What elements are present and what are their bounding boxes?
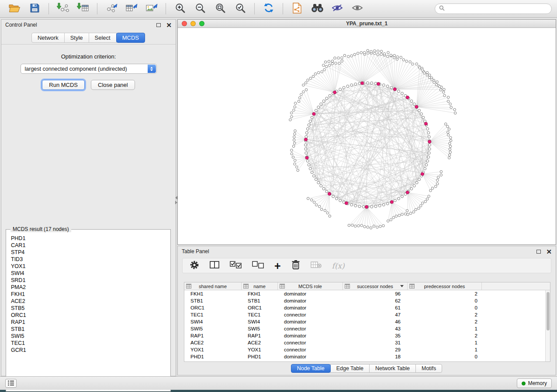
table-settings-button[interactable] — [190, 260, 199, 272]
share-document-button[interactable] — [288, 1, 306, 16]
search-box[interactable] — [435, 3, 552, 14]
delete-table-button[interactable] — [311, 260, 322, 272]
memory-button[interactable]: Memory — [517, 378, 552, 388]
tab-mcds[interactable]: MCDS — [116, 33, 145, 43]
find-button[interactable] — [308, 1, 326, 16]
deselect-all-button[interactable] — [252, 260, 264, 272]
open-file-button[interactable] — [5, 1, 24, 16]
mcds-result-item[interactable]: ORC1 — [7, 312, 170, 319]
tab-select[interactable]: Select — [89, 33, 117, 43]
table-scrollbar[interactable] — [545, 290, 550, 361]
table-row[interactable]: SWI4 SWI4 dominator 46 2 — [184, 318, 545, 325]
refresh-icon — [263, 3, 274, 15]
mcds-result-item[interactable]: STB1 — [7, 326, 170, 333]
column-header-mcds-role[interactable]: MCDS role — [278, 282, 343, 290]
zoom-traffic-light-icon[interactable] — [199, 21, 204, 26]
save-icon — [30, 3, 40, 15]
control-panel-tab-bar: Network Style Select MCDS — [1, 33, 176, 43]
column-header-successor-nodes[interactable]: successor nodes — [343, 282, 408, 290]
column-header-shared-name[interactable]: shared name — [184, 282, 242, 290]
zoom-in-icon — [175, 3, 186, 15]
refresh-button[interactable] — [259, 1, 278, 16]
minimize-traffic-light-icon[interactable] — [190, 21, 196, 26]
float-panel-icon[interactable] — [156, 23, 161, 27]
table-toolbar: + f(x) — [182, 258, 551, 273]
tab-style[interactable]: Style — [64, 33, 89, 43]
network-window-titlebar[interactable]: YPA_prune.txt_1 — [178, 20, 556, 28]
mcds-result-item[interactable]: GCR1 — [7, 347, 170, 354]
show-selection-button[interactable] — [348, 1, 367, 16]
mcds-result-item[interactable]: PHD1 — [7, 235, 170, 242]
table-panel-tab-bar: Node Table Edge Table Network Table Moti… — [178, 364, 556, 373]
mcds-result-item[interactable]: TID3 — [7, 256, 170, 263]
import-table-button[interactable] — [74, 1, 92, 16]
control-panel-header: Control Panel ✕ — [1, 20, 176, 30]
status-menu-button[interactable] — [5, 379, 17, 388]
table-panel: Table Panel ✕ — [177, 246, 556, 375]
import-network-button[interactable] — [54, 1, 72, 16]
hide-selection-button[interactable] — [328, 1, 346, 16]
gear-icon — [190, 260, 199, 272]
float-panel-icon[interactable] — [536, 250, 541, 254]
mcds-result-item[interactable]: CAR1 — [7, 242, 170, 249]
toolbar-separator — [166, 3, 166, 14]
mcds-result-item[interactable]: STP4 — [7, 249, 170, 256]
function-builder-button[interactable]: f(x) — [332, 260, 345, 272]
table-row[interactable]: TEC1 TEC1 connector 47 2 — [184, 311, 545, 318]
select-all-button[interactable] — [230, 260, 242, 272]
close-panel-button[interactable]: Close panel — [91, 80, 135, 90]
save-session-button[interactable] — [25, 1, 44, 16]
column-header-name[interactable]: name — [242, 282, 278, 290]
run-mcds-button[interactable]: Run MCDS — [42, 80, 85, 90]
close-panel-icon[interactable]: ✕ — [166, 22, 172, 28]
mcds-tab-content: Optimization criterion: largest connecte… — [1, 44, 176, 376]
scrollbar-thumb[interactable] — [547, 292, 550, 330]
mcds-result-item[interactable]: SWI5 — [7, 333, 170, 340]
mcds-result-item[interactable]: YOX1 — [7, 263, 170, 270]
column-header-predecessor-nodes[interactable]: predecessor nodes — [408, 282, 482, 290]
table-row[interactable]: SWI5 SWI5 connector 43 1 — [184, 325, 545, 332]
mcds-result-item[interactable]: PMA2 — [7, 284, 170, 291]
table-row[interactable]: ORC1 ORC1 dominator 61 0 — [184, 304, 545, 311]
control-panel-title: Control Panel — [5, 22, 37, 28]
binoculars-icon — [311, 3, 324, 14]
mcds-result-list[interactable]: PHD1 CAR1 STP4 TID3 YOX1 SWI4 SRD1 PMA2 — [7, 235, 170, 390]
add-column-button[interactable]: + — [274, 260, 281, 272]
mcds-result-item[interactable]: SWI4 — [7, 270, 170, 277]
export-network-button[interactable] — [102, 1, 121, 16]
sort-caret-icon[interactable] — [400, 285, 404, 287]
criterion-dropdown[interactable]: largest connected component (undirected) — [21, 64, 157, 74]
close-panel-icon[interactable]: ✕ — [546, 248, 552, 255]
network-canvas[interactable] — [178, 28, 556, 244]
table-row[interactable]: RAP1 RAP1 dominator 35 2 — [184, 332, 545, 339]
column-grid-icon — [243, 284, 249, 289]
table-row[interactable]: YOX1 YOX1 connector 29 1 — [184, 346, 545, 353]
export-table-button[interactable] — [122, 1, 141, 16]
mcds-result-item[interactable]: SRD1 — [7, 277, 170, 284]
tab-motifs[interactable]: Motifs — [415, 364, 442, 373]
table-row[interactable]: ACE2 ACE2 connector 31 1 — [184, 339, 545, 346]
table-row[interactable]: STB1 STB1 dominator 62 0 — [184, 297, 545, 304]
delete-column-button[interactable] — [291, 260, 300, 272]
zoom-in-button[interactable] — [171, 1, 189, 16]
tab-network-table[interactable]: Network Table — [369, 364, 416, 373]
mcds-result-item[interactable]: ACE2 — [7, 298, 170, 305]
tab-network[interactable]: Network — [31, 33, 65, 43]
criterion-dropdown-value: largest connected component (undirected) — [25, 66, 127, 72]
export-image-button[interactable] — [142, 1, 161, 16]
table-row[interactable]: PHD1 PHD1 dominator 18 0 — [184, 353, 545, 360]
mcds-result-item[interactable]: STB5 — [7, 305, 170, 312]
zoom-out-button[interactable] — [191, 1, 209, 16]
mcds-result-item[interactable]: TEC1 — [7, 340, 170, 347]
mcds-result-item[interactable]: FKH1 — [7, 291, 170, 298]
plus-icon: + — [274, 261, 281, 271]
zoom-fit-button[interactable] — [211, 1, 229, 16]
show-columns-button[interactable] — [210, 260, 219, 272]
tab-edge-table[interactable]: Edge Table — [330, 364, 370, 373]
table-row[interactable]: FKH1 FKH1 dominator 96 2 — [184, 290, 545, 297]
search-input[interactable] — [447, 6, 547, 12]
mcds-result-item[interactable]: RAP1 — [7, 319, 170, 326]
tab-node-table[interactable]: Node Table — [291, 364, 331, 373]
zoom-selected-button[interactable] — [231, 1, 249, 16]
close-traffic-light-icon[interactable] — [182, 21, 187, 26]
